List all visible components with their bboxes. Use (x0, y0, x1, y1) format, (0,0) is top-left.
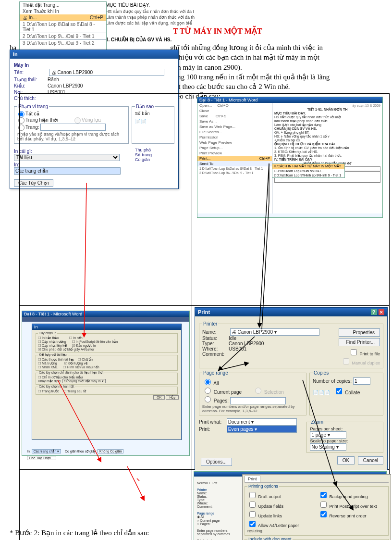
label-print: Print: (199, 427, 225, 432)
tab-print[interactable]: Print (245, 476, 260, 482)
options-button[interactable]: Options... (201, 458, 232, 466)
group-printing-options: Printing options (247, 484, 279, 489)
para-frag: ên máy in canon 2900). (174, 63, 242, 71)
print-options-dialog: Print Printing options Draft output Upda… (242, 474, 391, 540)
label-current: Current page (214, 389, 242, 395)
page-range-hint: Enter page numbers and/or page ranges se… (202, 404, 303, 413)
group-printer: Printer (202, 321, 218, 327)
ck-bg[interactable] (320, 492, 327, 498)
menu-item[interactable]: Xem Trước khi In (20, 8, 106, 14)
label-status: Trạng thái: (14, 77, 48, 82)
menu-item[interactable]: Thiết đặt Trang... (20, 2, 106, 8)
radio-pages[interactable] (205, 396, 211, 402)
para-frag: ghĩ tới những đồng lương ít ỏi của mình … (170, 44, 323, 51)
menu-sendto[interactable]: Send To (197, 161, 272, 166)
properties-button[interactable]: Properties (339, 328, 380, 337)
title-red: T TỪ MÁY IN MỘT MẶT (173, 26, 382, 37)
status-value: Rãnh (48, 77, 59, 82)
group-include: Include with document (247, 537, 293, 540)
label-status: Status: (202, 336, 229, 341)
pps-dropdown[interactable]: 1 page ▾ (310, 431, 346, 439)
where-value: USB001 (229, 346, 246, 352)
radio-all[interactable] (205, 379, 211, 385)
group-copies: Copies (313, 370, 330, 376)
word-title: Đại 8 - Tiết 1 - Microsoft Word (197, 97, 382, 103)
menu-line: Làm thành thạo phép nhân đơn thức với đa… (106, 14, 382, 20)
word-window-thumb: Đại 8 - Tiết 1 - Microsoft Word Open... … (197, 97, 383, 218)
label-where: Where: (202, 346, 229, 352)
label-comment: Comment: (202, 352, 229, 357)
print-to-file-checkbox[interactable] (351, 349, 357, 355)
help-icon[interactable]: ? (371, 309, 377, 315)
menu-print-hl[interactable]: Print...Ctrl+P (197, 156, 272, 161)
menu-doc-title: MỤC TIÊU BÀI DẠY. (106, 2, 382, 9)
label-type: Kiểu: (14, 83, 48, 88)
scale-dropdown[interactable]: No Scaling ▾ (310, 443, 346, 451)
label-print-what: Print what: (199, 419, 225, 425)
para-frag: i thiệu với các bạn cách in hai mặt từ m… (173, 53, 319, 61)
menu-line: HS nắm được quy tắc nhân đơn thức với đa… (106, 9, 382, 14)
group-page-range: Page range (202, 370, 229, 376)
step2-text: * Bước 2: Bạn in các trang lẻ theo chỉ d… (10, 528, 149, 538)
type-value: Canon LBP2900 (48, 83, 83, 88)
para-frag: ặt theo các bước sau cho cả 2 Win nhé. (174, 83, 290, 90)
word-thumb-bottom: Normal + Left Printer Name:Status:Type:W… (194, 471, 387, 540)
ck-ps[interactable] (320, 502, 327, 508)
collate-label: Collate (345, 390, 360, 395)
manual-duplex-label: Manual duplex (352, 361, 380, 365)
pages-input[interactable] (230, 397, 286, 404)
ck-update-fields[interactable] (249, 502, 256, 508)
copies-input[interactable] (353, 377, 370, 385)
ok-button[interactable]: OK (337, 456, 355, 465)
collate-checkbox[interactable] (336, 388, 342, 394)
close-icon[interactable]: × (379, 309, 384, 315)
manual-duplex-checkbox (343, 358, 349, 364)
print-dialog-en: Print ? × Printer Name: 🖨 Canon LBP2900 … (195, 307, 388, 470)
file-menu-fragment: Thiết đặt Trang... Xem Trước khi In 🖨 In… (19, 1, 107, 50)
find-printer-button[interactable]: Find Printer... (339, 338, 380, 346)
dialog-title: Print (198, 309, 210, 315)
copies-label: Number of copies: (313, 378, 352, 384)
pps-label: Pages per sheet: (310, 427, 343, 431)
type-value: Canon LBP2900 (229, 341, 264, 346)
cancel-button[interactable]: Cancel (358, 456, 383, 465)
ck-draft[interactable] (249, 492, 256, 498)
radio-selection (255, 388, 261, 394)
label-pages: Pages: (214, 398, 229, 403)
print-what-dropdown[interactable]: Document ▾ (227, 418, 297, 426)
word-vn-thumb: Đại 8 - Tiết 1 - Microsoft Word In Tùy c… (22, 311, 190, 456)
ck-update-links[interactable] (249, 511, 256, 517)
dialog-title: In (10, 50, 178, 59)
printer-name-dropdown[interactable]: 🖨 Canon LBP2900 (49, 69, 164, 76)
radio-current[interactable] (205, 388, 211, 394)
sec2: II. CHUẨN BỊ CỦA GV VÀ HS. (106, 37, 382, 43)
printer-icon: 🖨 (23, 15, 27, 20)
label-type: Type: (202, 341, 229, 346)
print-to-file-label: Print to file (359, 352, 380, 356)
menu-line: Làm được các bài tập vận dụng, rút gọn b… (106, 20, 382, 26)
label-selection: Selection (264, 389, 284, 395)
recent-file[interactable]: 1 D:\a\Toan Lop 8\Dai so 8\Dai 8 - Tiet … (20, 21, 106, 33)
recent-file[interactable]: 3 D:\a\Toan Lop 9\...\Dai 9 - Tiet 2 (20, 39, 106, 46)
para-frag: ảng 100 trang nếu in tất một mặt thì quả… (173, 73, 330, 81)
sendto-item[interactable]: II./CÁCH IN HAI MẶT TỪ MÁY IN MỘT MẶT (272, 164, 344, 169)
menu-item-print[interactable]: 🖨 In... Ctrl+P (20, 14, 106, 21)
group-zoom: Zoom (310, 419, 324, 425)
ck-reverse[interactable] (320, 511, 327, 517)
group-printer: Máy In (14, 63, 174, 68)
printer-name-dropdown[interactable]: 🖨 Canon LBP2900 ▾ (230, 328, 319, 336)
label-all: All (213, 381, 219, 386)
scale-label: Scale to paper size: (310, 439, 348, 443)
print-pages-dropdown[interactable]: Even pages ▾ (227, 426, 297, 433)
ck-a4[interactable] (249, 521, 256, 527)
label-name: Name: (202, 329, 229, 335)
recent-file[interactable]: 2 D:\a\Toan Lop 9\...\Dai 9 - Tiet 1 (20, 33, 106, 39)
label-name: Tên: (14, 70, 48, 75)
status-value: Idle (229, 336, 236, 341)
